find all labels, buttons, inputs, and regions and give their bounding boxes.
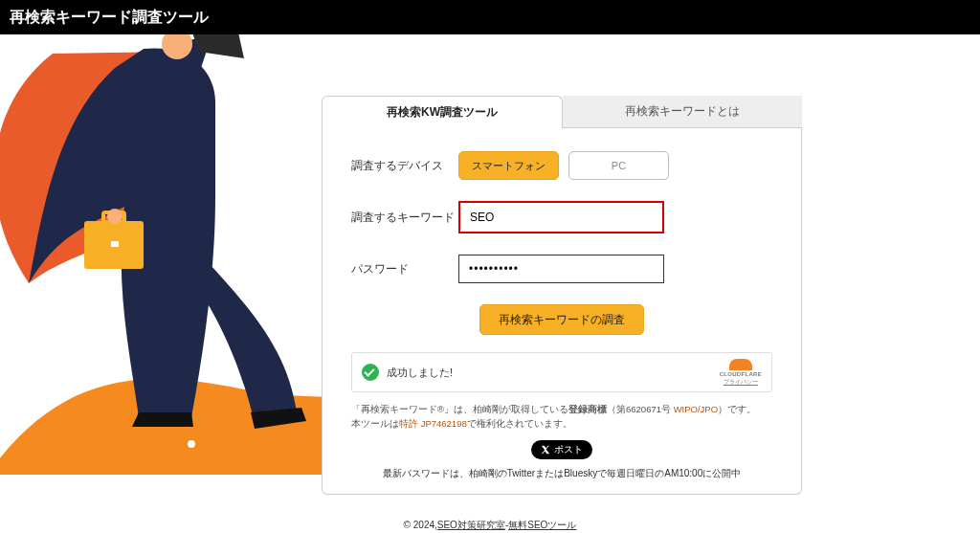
- device-smartphone-button[interactable]: スマートフォン: [458, 151, 559, 180]
- page-footer: © 2024, SEO対策研究室 - 無料SEOツール: [0, 517, 980, 533]
- x-icon: [541, 445, 550, 455]
- svg-point-7: [188, 440, 195, 448]
- captcha-status: 成功しました!: [387, 366, 453, 380]
- svg-point-5: [107, 209, 122, 224]
- share-row: ポスト: [351, 440, 772, 459]
- password-row: パスワード: [351, 255, 772, 283]
- captcha-widget: 成功しました! CLOUDFLARE プライバシー: [351, 352, 772, 392]
- password-notice: 最新パスワードは、柏崎剛のTwitterまたはBlueskyで毎週日曜日のAM1…: [351, 467, 772, 480]
- keyword-input[interactable]: [458, 201, 664, 233]
- tool-panel: 再検索KW調査ツール 再検索キーワードとは 調査するデバイス スマートフォン P…: [322, 96, 802, 495]
- panel-body: 調査するデバイス スマートフォン PC 調査するキーワード パスワード 再検索キ…: [322, 128, 802, 495]
- tab-tool[interactable]: 再検索KW調査ツール: [322, 96, 563, 128]
- cloud-icon: [729, 359, 752, 370]
- footer-link-tools[interactable]: 無料SEOツール: [508, 519, 576, 532]
- password-input[interactable]: [458, 255, 664, 283]
- wipo-link[interactable]: WIPO/JPO: [674, 404, 718, 414]
- check-icon: [362, 364, 379, 381]
- page-title: 再検索キーワード調査ツール: [10, 8, 209, 28]
- cloudflare-logo: CLOUDFLARE プライバシー: [720, 359, 762, 385]
- device-pc-button[interactable]: PC: [568, 151, 669, 180]
- patent-link[interactable]: 特許 JP7462198: [399, 418, 467, 429]
- post-button[interactable]: ポスト: [531, 440, 592, 459]
- password-label: パスワード: [351, 261, 458, 278]
- tab-about[interactable]: 再検索キーワードとは: [563, 96, 802, 128]
- submit-button[interactable]: 再検索キーワードの調査: [479, 304, 644, 335]
- keyword-row: 調査するキーワード: [351, 201, 772, 233]
- svg-point-6: [55, 331, 64, 341]
- tab-bar: 再検索KW調査ツール 再検索キーワードとは: [322, 96, 802, 128]
- page-header: 再検索キーワード調査ツール: [0, 0, 980, 34]
- fineprint: 「再検索キーワード®」は、柏崎剛が取得している登録商標（第6620671号 WI…: [351, 402, 772, 431]
- device-row: 調査するデバイス スマートフォン PC: [351, 151, 772, 180]
- footer-link-lab[interactable]: SEO対策研究室: [437, 519, 505, 532]
- svg-rect-4: [111, 241, 119, 247]
- keyword-label: 調査するキーワード: [351, 210, 458, 226]
- device-label: 調査するデバイス: [351, 158, 458, 174]
